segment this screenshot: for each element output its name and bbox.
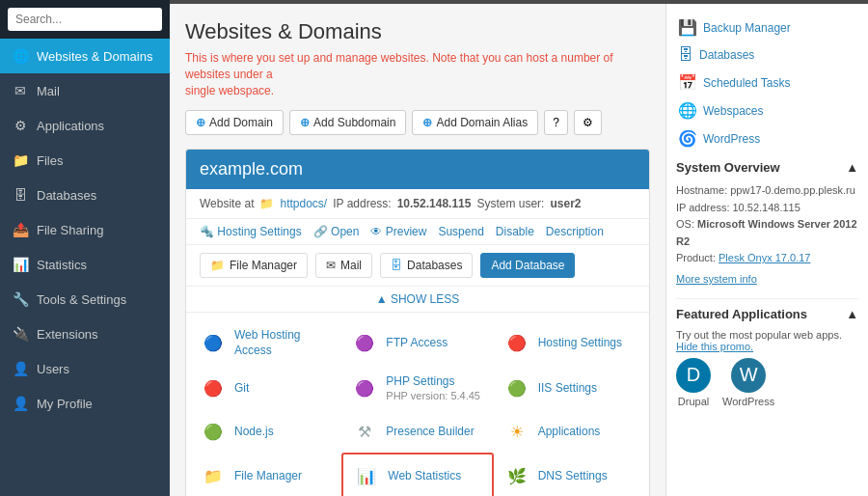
- search-input[interactable]: [8, 8, 162, 31]
- settings-icon-button[interactable]: ⚙: [574, 110, 602, 135]
- right-link-icon-databases: 🗄: [678, 46, 693, 64]
- right-link-label-wordpress: WordPress: [703, 132, 760, 146]
- grid-item-ftp-access[interactable]: 🟣FTP Access: [341, 320, 493, 366]
- disable-link[interactable]: Disable: [496, 225, 534, 238]
- sidebar-item-mail[interactable]: ✉Mail: [0, 73, 170, 108]
- grid-icon-nodejs: 🟢: [200, 418, 227, 445]
- product-link[interactable]: Plesk Onyx 17.0.17: [719, 252, 810, 263]
- sidebar-label-extensions: Extensions: [37, 327, 98, 342]
- file-manager-quick-btn[interactable]: 📁 File Manager: [200, 253, 308, 278]
- description-link[interactable]: Description: [546, 225, 604, 238]
- system-overview-title: System Overview ▲: [676, 152, 858, 179]
- grid-item-applications-grid[interactable]: ☀Applications: [494, 410, 645, 453]
- right-link-scheduled-tasks[interactable]: 📅Scheduled Tasks: [676, 69, 858, 96]
- right-link-webspaces[interactable]: 🌐Webspaces: [676, 96, 858, 124]
- collapse-system-icon[interactable]: ▲: [846, 160, 858, 175]
- grid-item-nodejs[interactable]: 🟢Node.js: [190, 410, 341, 453]
- right-link-icon-webspaces: 🌐: [678, 101, 697, 120]
- drupal-app[interactable]: D Drupal: [676, 358, 711, 407]
- grid-item-php-settings[interactable]: 🟣PHP SettingsPHP version: 5.4.45: [341, 367, 493, 411]
- hosting-settings-link[interactable]: 🔩 Hosting Settings: [200, 225, 302, 238]
- quick-access-row: 📁 File Manager ✉ Mail 🗄 Databases Add Da…: [186, 245, 649, 287]
- sidebar-item-tools[interactable]: 🔧Tools & Settings: [0, 282, 170, 317]
- plus-icon2: ⊕: [300, 116, 310, 129]
- help-icon-button[interactable]: ?: [544, 110, 568, 135]
- grid-item-hosting-settings-grid[interactable]: 🔴Hosting Settings: [494, 320, 645, 366]
- add-subdomain-button[interactable]: ⊕ Add Subdomain: [289, 110, 406, 135]
- sidebar-icon-applications: ⚙: [12, 118, 29, 133]
- grid-item-file-manager-grid[interactable]: 📁File Manager: [190, 453, 341, 496]
- sidebar-icon-extensions: 🔌: [12, 326, 29, 342]
- wordpress-app[interactable]: W WordPress: [722, 358, 774, 407]
- sidebar-label-tools: Tools & Settings: [37, 292, 126, 307]
- grid-icon-applications-grid: ☀: [503, 418, 530, 445]
- suspend-link[interactable]: Suspend: [438, 225, 483, 238]
- httpdocs-link[interactable]: httpdocs/: [280, 197, 327, 210]
- more-system-info-link[interactable]: More system info: [676, 273, 757, 285]
- right-link-label-backup-manager: Backup Manager: [703, 21, 791, 35]
- drupal-label: Drupal: [678, 396, 709, 407]
- sidebar-label-statistics: Statistics: [37, 258, 87, 272]
- grid-label-ftp-access: FTP Access: [386, 336, 448, 351]
- databases-quick-btn[interactable]: 🗄 Databases: [380, 253, 473, 278]
- sidebar-icon-databases: 🗄: [12, 187, 29, 203]
- collapse-featured-icon[interactable]: ▲: [846, 307, 858, 321]
- sidebar-label-filesharing: File Sharing: [37, 223, 103, 237]
- sidebar-item-databases[interactable]: 🗄Databases: [0, 178, 170, 212]
- preview-link[interactable]: 👁 Preview: [370, 225, 426, 238]
- right-link-label-webspaces: Webspaces: [703, 104, 763, 118]
- sidebar-item-myprofile[interactable]: 👤My Profile: [0, 386, 170, 421]
- mail-quick-btn[interactable]: ✉ Mail: [315, 253, 372, 278]
- grid-sub-php-settings: PHP version: 5.4.45: [386, 389, 480, 402]
- hide-promo-link[interactable]: Hide this promo.: [676, 341, 753, 352]
- sidebar-label-applications: Applications: [37, 119, 104, 133]
- page-description: This is where you set up and manage webs…: [185, 50, 650, 98]
- system-user-label: System user:: [476, 197, 544, 210]
- featured-apps-list: D Drupal W WordPress: [676, 358, 858, 407]
- right-link-wordpress[interactable]: 🌀WordPress: [676, 124, 858, 152]
- grid-item-web-hosting-access[interactable]: 🔵Web Hosting Access: [190, 320, 341, 366]
- page-title: Websites & Domains: [185, 19, 650, 44]
- right-link-label-databases: Databases: [699, 48, 754, 62]
- sidebar-icon-myprofile: 👤: [12, 396, 29, 411]
- grid-label-web-statistics: Web Statistics: [388, 469, 461, 484]
- sidebar-item-statistics[interactable]: 📊Statistics: [0, 247, 170, 282]
- sidebar-search-container: [0, 0, 170, 39]
- sidebar-item-applications[interactable]: ⚙Applications: [0, 108, 170, 143]
- grid-item-dns-settings[interactable]: 🌿DNS Settings: [494, 453, 645, 496]
- sidebar-item-extensions[interactable]: 🔌Extensions: [0, 317, 170, 351]
- grid-label-presence-builder: Presence Builder: [386, 425, 474, 440]
- sidebar-item-websites[interactable]: 🌐Websites & Domains: [0, 39, 170, 73]
- add-database-quick-btn[interactable]: Add Database: [480, 253, 575, 278]
- right-link-label-scheduled-tasks: Scheduled Tasks: [703, 76, 791, 90]
- grid-item-git[interactable]: 🔴Git: [190, 367, 341, 411]
- sidebar-item-filesharing[interactable]: 📤File Sharing: [0, 212, 170, 247]
- sidebar-icon-mail: ✉: [12, 83, 29, 98]
- grid-item-presence-builder[interactable]: ⚒Presence Builder: [341, 410, 493, 453]
- grid-icon-web-statistics: 📊: [353, 462, 380, 489]
- sidebar-icon-filesharing: 📤: [12, 222, 29, 237]
- system-info: Hostname: ppw17-0.demo.pp.plesk.ru IP ad…: [676, 179, 858, 292]
- main-area: Websites & Domains This is where you set…: [170, 0, 868, 496]
- product-row: Product: Plesk Onyx 17.0.17: [676, 250, 858, 267]
- sidebar-item-files[interactable]: 📁Files: [0, 143, 170, 178]
- sidebar: 🌐Websites & Domains✉Mail⚙Applications📁Fi…: [0, 0, 170, 496]
- show-less-toggle[interactable]: ▲ SHOW LESS: [186, 287, 649, 313]
- folder-icon: 📁: [259, 197, 274, 210]
- right-panel: 💾Backup Manager🗄Databases📅Scheduled Task…: [665, 4, 868, 496]
- sidebar-item-users[interactable]: 👤Users: [0, 351, 170, 386]
- grid-icon-ftp-access: 🟣: [351, 330, 378, 357]
- grid-label-file-manager-grid: File Manager: [234, 469, 302, 484]
- right-link-databases[interactable]: 🗄Databases: [676, 41, 858, 69]
- domain-toolbar: ⊕ Add Domain ⊕ Add Subdomain ⊕ Add Domai…: [185, 110, 650, 135]
- sidebar-icon-files: 📁: [12, 152, 29, 168]
- grid-item-web-statistics[interactable]: 📊Web Statistics: [341, 453, 493, 496]
- add-domain-button[interactable]: ⊕ Add Domain: [185, 110, 284, 135]
- grid-icon-git: 🔴: [200, 375, 227, 402]
- grid-item-iis-settings[interactable]: 🟢IIS Settings: [494, 367, 645, 411]
- open-link[interactable]: 🔗 Open: [313, 225, 360, 238]
- right-link-backup-manager[interactable]: 💾Backup Manager: [676, 14, 858, 41]
- domain-header: example.com: [186, 150, 649, 189]
- folder-icon2: 📁: [210, 259, 225, 272]
- add-domain-alias-button[interactable]: ⊕ Add Domain Alias: [412, 110, 538, 135]
